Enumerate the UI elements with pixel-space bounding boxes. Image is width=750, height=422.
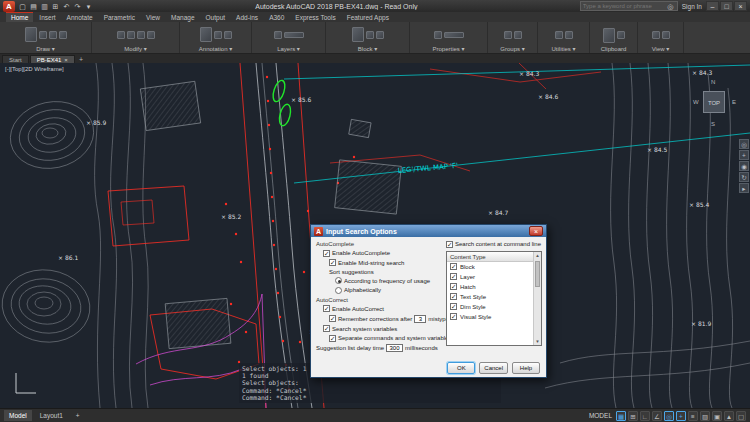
sort-frequency-radio[interactable] bbox=[335, 277, 342, 284]
scroll-down-icon[interactable]: ▼ bbox=[535, 339, 539, 344]
text-tool-icon[interactable] bbox=[200, 27, 212, 42]
move-tool-icon[interactable] bbox=[117, 31, 125, 39]
list-item-dim-style[interactable]: ✓Dim Style bbox=[447, 302, 541, 312]
drawing-viewport[interactable]: × 85.9 × 85.6 × 84.3 × 84.3 × 84.5 × 84.… bbox=[0, 63, 750, 408]
list-item-text-style[interactable]: ✓Text Style bbox=[447, 292, 541, 302]
tab-addins[interactable]: Add-ins bbox=[231, 13, 263, 22]
copy-tool-icon[interactable] bbox=[127, 31, 135, 39]
navigation-wheel-icon[interactable]: ◎ bbox=[739, 139, 749, 149]
lineweight-icon[interactable]: ≡ bbox=[688, 411, 698, 421]
ungroup-icon[interactable] bbox=[514, 31, 522, 39]
dialog-close-button[interactable]: × bbox=[529, 226, 543, 236]
quick-select-icon[interactable] bbox=[565, 31, 573, 39]
text-style-checkbox[interactable]: ✓ bbox=[450, 293, 457, 300]
layer-checkbox[interactable]: ✓ bbox=[450, 273, 457, 280]
panel-label-annotation[interactable]: Annotation ▾ bbox=[182, 45, 249, 52]
leader-tool-icon[interactable] bbox=[224, 31, 232, 39]
ok-button[interactable]: OK bbox=[447, 362, 475, 374]
tab-home[interactable]: Home bbox=[6, 12, 33, 22]
remember-corrections-checkbox[interactable]: ✓ bbox=[329, 315, 336, 322]
plot-icon[interactable]: ⊞ bbox=[51, 2, 60, 11]
tab-annotate[interactable]: Annotate bbox=[62, 13, 98, 22]
panel-label-layers[interactable]: Layers ▾ bbox=[254, 45, 323, 52]
scroll-up-icon[interactable]: ▲ bbox=[535, 253, 539, 258]
viewcube-east[interactable]: E bbox=[732, 99, 736, 105]
viewport-controls-label[interactable]: [-][Top][2D Wireframe] bbox=[5, 66, 64, 72]
list-item-block[interactable]: ✓Block bbox=[447, 262, 541, 272]
measure-icon[interactable] bbox=[555, 31, 563, 39]
list-item-hatch[interactable]: ✓Hatch bbox=[447, 282, 541, 292]
tab-parametric[interactable]: Parametric bbox=[99, 13, 140, 22]
viewcube-south[interactable]: S bbox=[711, 121, 715, 127]
help-search-input[interactable] bbox=[583, 3, 666, 9]
pan-icon[interactable]: + bbox=[739, 150, 749, 160]
tab-manage[interactable]: Manage bbox=[166, 13, 200, 22]
new-layout-tab[interactable]: + bbox=[71, 410, 85, 421]
qat-dropdown-icon[interactable]: ▾ bbox=[84, 2, 93, 11]
line-tool-icon[interactable] bbox=[25, 27, 37, 42]
doc-tab-start[interactable]: Start bbox=[2, 55, 29, 63]
circle-tool-icon[interactable] bbox=[49, 31, 57, 39]
layer-properties-icon[interactable] bbox=[274, 31, 282, 39]
viewcube-top-face[interactable]: TOP bbox=[703, 91, 725, 113]
rotate-tool-icon[interactable] bbox=[137, 31, 145, 39]
block-attributes-icon[interactable] bbox=[376, 31, 384, 39]
save-file-icon[interactable]: ▥ bbox=[40, 2, 49, 11]
selection-cycling-icon[interactable]: ▣ bbox=[712, 411, 722, 421]
layer-dropdown[interactable] bbox=[284, 32, 304, 38]
model-tab[interactable]: Model bbox=[4, 410, 32, 421]
panel-label-view[interactable]: View ▾ bbox=[640, 45, 681, 52]
search-content-checkbox[interactable]: ✓ bbox=[446, 241, 453, 248]
view-style-icon[interactable] bbox=[652, 31, 660, 39]
object-snap-tracking-icon[interactable]: + bbox=[676, 411, 686, 421]
list-item-visual-style[interactable]: ✓Visual Style bbox=[447, 312, 541, 322]
undo-icon[interactable]: ↶ bbox=[62, 2, 71, 11]
dim-style-checkbox[interactable]: ✓ bbox=[450, 303, 457, 310]
panel-label-draw[interactable]: Draw ▾ bbox=[2, 45, 89, 52]
viewcube-west[interactable]: W bbox=[693, 99, 699, 105]
group-icon[interactable] bbox=[504, 31, 512, 39]
cancel-button[interactable]: Cancel bbox=[479, 362, 508, 374]
layout1-tab[interactable]: Layout1 bbox=[35, 410, 68, 421]
paste-icon[interactable] bbox=[603, 28, 615, 43]
grid-icon[interactable]: ▦ bbox=[616, 411, 626, 421]
annotation-visibility-icon[interactable]: ▲ bbox=[724, 411, 734, 421]
orbit-icon[interactable]: ↻ bbox=[739, 172, 749, 182]
tab-featured-apps[interactable]: Featured Apps bbox=[342, 13, 394, 22]
polar-tracking-icon[interactable]: ∠ bbox=[652, 411, 662, 421]
create-block-icon[interactable] bbox=[366, 31, 374, 39]
polyline-tool-icon[interactable] bbox=[39, 31, 47, 39]
selected-objects-green[interactable] bbox=[271, 79, 293, 127]
block-checkbox[interactable]: ✓ bbox=[450, 263, 457, 270]
tab-output[interactable]: Output bbox=[201, 13, 231, 22]
match-properties-icon[interactable] bbox=[434, 31, 442, 39]
ortho-icon[interactable]: ∟ bbox=[640, 411, 650, 421]
enable-midstring-checkbox[interactable]: ✓ bbox=[329, 259, 336, 266]
open-file-icon[interactable]: ▤ bbox=[29, 2, 38, 11]
signin-label[interactable]: Sign In bbox=[682, 3, 702, 10]
zoom-icon[interactable]: ◉ bbox=[739, 161, 749, 171]
insert-block-icon[interactable] bbox=[352, 27, 364, 42]
redo-icon[interactable]: ↷ bbox=[73, 2, 82, 11]
panel-label-properties[interactable]: Properties ▾ bbox=[412, 45, 485, 52]
search-sysvars-checkbox[interactable]: ✓ bbox=[323, 325, 330, 332]
view-manager-icon[interactable] bbox=[662, 31, 670, 39]
hatch-checkbox[interactable]: ✓ bbox=[450, 283, 457, 290]
tab-a360[interactable]: A360 bbox=[264, 13, 289, 22]
delay-time-input[interactable] bbox=[386, 344, 403, 352]
panel-label-utilities[interactable]: Utilities ▾ bbox=[540, 45, 587, 52]
space-mode-label[interactable]: MODEL bbox=[589, 412, 612, 419]
dimension-tool-icon[interactable] bbox=[214, 31, 222, 39]
tab-express-tools[interactable]: Express Tools bbox=[290, 13, 340, 22]
new-file-icon[interactable]: ▢ bbox=[18, 2, 27, 11]
copy-clip-icon[interactable] bbox=[617, 31, 625, 39]
list-item-layer[interactable]: ✓Layer bbox=[447, 272, 541, 282]
close-button[interactable]: × bbox=[734, 1, 747, 11]
search-icon[interactable]: ◎ bbox=[666, 2, 675, 11]
doc-tab-drawing[interactable]: PB-EX41× bbox=[30, 55, 75, 63]
remember-corrections-input[interactable] bbox=[414, 315, 426, 323]
clean-screen-icon[interactable]: ▢ bbox=[736, 411, 746, 421]
panel-label-clipboard[interactable]: Clipboard bbox=[592, 46, 635, 52]
color-dropdown[interactable] bbox=[444, 32, 464, 38]
sort-alphabetically-radio[interactable] bbox=[335, 287, 342, 294]
